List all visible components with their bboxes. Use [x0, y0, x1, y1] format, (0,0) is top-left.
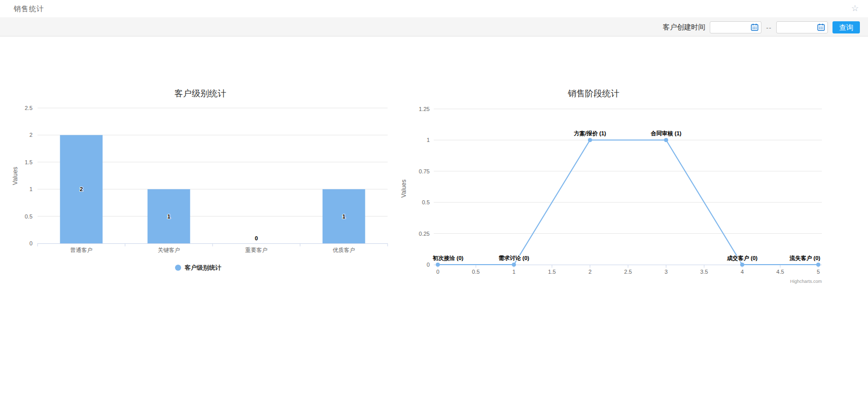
y-tick-label: 0 — [29, 240, 32, 246]
x-tick-label: 0 — [436, 269, 439, 275]
x-category-label: 优质客户 — [333, 247, 355, 253]
y-tick-label: 0.5 — [422, 199, 430, 205]
point-label: 成交客户 (0) — [726, 255, 758, 262]
highcharts-credit[interactable]: Highcharts.com — [790, 279, 822, 284]
x-category-label: 普通客户 — [70, 247, 92, 253]
data-point-marker[interactable] — [740, 263, 744, 267]
chart-title: 客户级别统计 — [175, 89, 226, 98]
data-point-marker[interactable] — [512, 263, 516, 267]
y-tick-label: 1 — [427, 137, 430, 143]
bar-value-label: 1 — [342, 213, 345, 220]
date-range-separator: -- — [766, 24, 772, 31]
y-tick-label: 2.5 — [25, 105, 32, 111]
start-date-field — [710, 21, 761, 33]
point-label: 方案/报价 (1) — [573, 130, 606, 137]
sales-stage-chart-canvas: 初次接洽 (0)需求讨论 (0)方案/报价 (1)合同审核 (1)成交客户 (0… — [391, 71, 862, 294]
bar-value-label: 2 — [80, 186, 83, 192]
x-tick-label: 4 — [741, 269, 744, 275]
customer-level-chart: 00.511.522.5普通客户关键客户重要客户优质客户2101客户级别统计Va… — [10, 71, 391, 279]
bar-value-label: 0 — [255, 235, 258, 241]
y-tick-label: 0 — [427, 262, 430, 268]
x-tick-label: 1 — [512, 269, 515, 275]
page-title: 销售统计 — [14, 5, 44, 14]
customer-level-chart-canvas: 00.511.522.5普通客户关键客户重要客户优质客户2101客户级别统计Va… — [10, 71, 391, 279]
data-point-marker[interactable] — [664, 138, 668, 142]
point-label: 需求讨论 (0) — [499, 255, 530, 261]
y-axis-title: Values — [400, 179, 407, 198]
x-tick-label: 2 — [588, 269, 592, 275]
filter-bar: 客户创建时间 -- 查询 — [0, 19, 868, 37]
x-category-label: 关键客户 — [158, 247, 180, 253]
legend-label[interactable]: 客户级别统计 — [184, 264, 222, 271]
calendar-icon[interactable] — [817, 23, 825, 31]
x-tick-label: 1.5 — [548, 269, 555, 275]
y-tick-label: 1.5 — [25, 159, 32, 165]
y-tick-label: 0.25 — [419, 231, 430, 237]
y-tick-label: 0.75 — [419, 168, 430, 174]
x-tick-label: 3.5 — [700, 269, 708, 275]
query-button[interactable]: 查询 — [832, 21, 860, 33]
x-tick-label: 2.5 — [624, 269, 632, 275]
y-tick-label: 1.25 — [419, 106, 430, 112]
filter-label: 客户创建时间 — [663, 23, 705, 32]
data-point-marker[interactable] — [816, 263, 820, 267]
y-tick-label: 0.5 — [25, 213, 32, 220]
point-label: 初次接洽 (0) — [432, 255, 464, 261]
x-tick-label: 4.5 — [776, 269, 784, 275]
y-tick-label: 2 — [29, 132, 32, 138]
point-label: 合同审核 (1) — [650, 130, 682, 137]
x-category-label: 重要客户 — [245, 247, 267, 253]
y-axis-title: Values — [12, 167, 19, 185]
sales-stage-chart: 初次接洽 (0)需求讨论 (0)方案/报价 (1)合同审核 (1)成交客户 (0… — [391, 71, 862, 294]
data-point-marker[interactable] — [588, 138, 592, 142]
end-date-field — [776, 21, 828, 33]
x-tick-label: 0.5 — [472, 269, 479, 275]
y-tick-label: 1 — [29, 186, 32, 192]
top-bar: 销售统计 ☆ — [0, 0, 868, 18]
x-tick-label: 5 — [817, 269, 820, 275]
legend-marker-icon[interactable] — [175, 265, 181, 271]
x-tick-label: 3 — [665, 269, 668, 275]
data-point-marker[interactable] — [436, 263, 440, 267]
point-label: 流失客户 (0) — [789, 255, 821, 261]
calendar-icon[interactable] — [751, 23, 758, 31]
chart-title: 销售阶段统计 — [568, 89, 619, 98]
bar-value-label: 1 — [167, 213, 170, 220]
star-icon[interactable]: ☆ — [851, 3, 859, 14]
